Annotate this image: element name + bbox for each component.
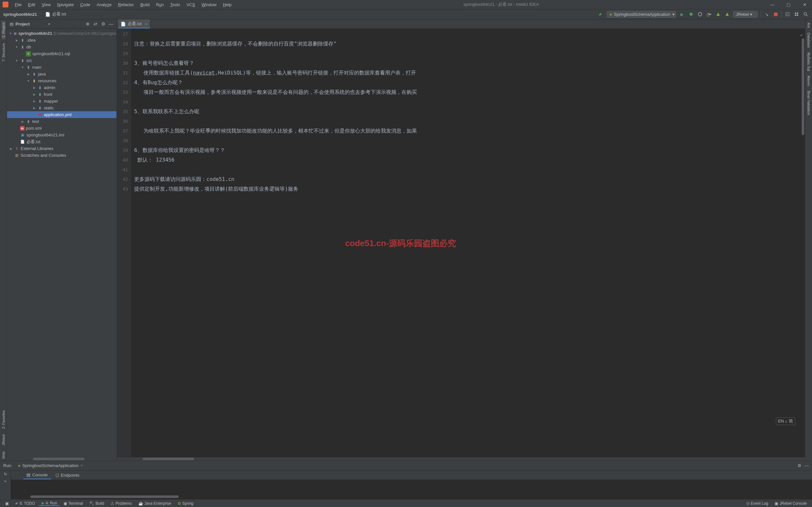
project-tree[interactable]: ▼▣ springboot64n21 D:\releaseComp\24-09\…	[7, 29, 116, 457]
window-title: springboot64n21 - 必看.txt - IntelliJ IDEA	[235, 2, 767, 7]
console-tab[interactable]: ▤ Console	[23, 471, 51, 479]
menu-help[interactable]: Help	[220, 2, 235, 7]
menu-run[interactable]: Run	[153, 2, 167, 7]
build-hammer-icon[interactable]	[597, 11, 604, 17]
debug-button[interactable]	[688, 11, 694, 17]
console-hscrollbar[interactable]	[30, 495, 179, 498]
status-problems[interactable]: ⚠Problems	[108, 501, 134, 506]
jrebel-run-icon[interactable]	[715, 11, 721, 17]
menu-edit[interactable]: Edit	[25, 2, 38, 7]
status-javaee[interactable]: ☕Java Enterprise	[136, 501, 174, 506]
stripe-project[interactable]: 1: Project	[2, 21, 5, 39]
tree-idea[interactable]: ▶▮ .idea	[7, 37, 116, 44]
vcs-update-icon[interactable]	[784, 11, 791, 17]
menu-navigate[interactable]: Navigate	[54, 2, 77, 7]
tree-test[interactable]: ▶▮ test	[7, 118, 116, 125]
editor-body[interactable]: 27 28 29 30 31 32 33 34 35 36 37 38 39 4…	[117, 29, 805, 457]
run-hide-icon[interactable]: —	[805, 463, 809, 468]
stripe-maven[interactable]: Maven	[807, 73, 811, 88]
hide-panel-icon[interactable]: —	[108, 21, 114, 27]
tree-java[interactable]: ▶▮ java	[7, 71, 116, 77]
status-event-log[interactable]: ◷Event Log	[744, 501, 771, 506]
menu-file[interactable]: File	[12, 2, 25, 7]
menu-view[interactable]: View	[38, 2, 54, 7]
stripe-structure[interactable]: 7: Structure	[2, 41, 5, 63]
tree-admin[interactable]: ▶▮ admin	[7, 84, 116, 91]
tree-db-sql[interactable]: S springboot64n21.sql	[7, 50, 116, 57]
menu-window[interactable]: Window	[198, 2, 220, 7]
tree-resources[interactable]: ▼▮ resources	[7, 77, 116, 84]
menu-analyze[interactable]: Analyze	[94, 2, 115, 7]
tree-root[interactable]: ▼▣ springboot64n21 D:\releaseComp\24-09\…	[7, 30, 116, 37]
tree-front[interactable]: ▶▮ front	[7, 91, 116, 98]
jrebel-dropdown[interactable]: JRebel ▾	[733, 11, 758, 18]
run-configuration-selector[interactable]: ● SpringbootSchemaApplication ▾	[606, 11, 676, 18]
stripe-database[interactable]: Database	[807, 31, 811, 50]
run-settings-icon[interactable]: ⚙	[798, 463, 801, 468]
menu-refactor[interactable]: Refactor	[115, 2, 137, 7]
menu-code[interactable]: Code	[77, 2, 94, 7]
input-method-indicator[interactable]: EN ⌕ 简	[776, 417, 795, 425]
tree-src[interactable]: ▼▮ src	[7, 57, 116, 64]
status-build[interactable]: 🔨Build	[87, 501, 107, 506]
menu-tools[interactable]: Tools	[167, 2, 183, 7]
stripe-ant[interactable]: Ant	[807, 21, 811, 30]
expand-all-icon[interactable]: ⇄	[93, 21, 98, 27]
editor-content[interactable]: 注意：替换之后需要重启项目，删除浏览器缓存，不会删除的自行百度"浏览器删除缓存"…	[131, 29, 805, 457]
tree-static[interactable]: ▶▮ static	[7, 105, 116, 111]
tree-application-yml[interactable]: ⬣ application.yml	[7, 111, 116, 118]
status-todo[interactable]: ✔6: TODO	[13, 501, 38, 506]
tree-scratches[interactable]: ▥ Scratches and Consoles	[7, 152, 116, 159]
stop-button[interactable]	[772, 11, 779, 17]
stripe-jrebel[interactable]: JRebel	[2, 433, 5, 447]
project-structure-icon[interactable]	[793, 11, 800, 17]
breadcrumb-file[interactable]: 必看.txt	[52, 11, 66, 17]
editor-vscrollbar[interactable]	[802, 38, 804, 135]
endpoints-tab[interactable]: ⬡ Endpoints	[52, 471, 83, 479]
tree-pom[interactable]: m pom.xml	[7, 125, 116, 131]
breadcrumb-project[interactable]: springboot64n21	[3, 12, 37, 17]
editor-tab-readme[interactable]: 📄 必看.txt ×	[118, 19, 150, 29]
status-spring[interactable]: ✿Spring	[175, 501, 196, 506]
editor-area: 📄 必看.txt × 27 28 29 30 31 32 33 34 35 36…	[117, 19, 805, 460]
tree-iml[interactable]: ▣ springboot64n21.iml	[7, 131, 116, 138]
stripe-web[interactable]: Web	[2, 450, 5, 460]
profiler-button[interactable]: ◔▾	[706, 11, 712, 17]
editor-hscrollbar[interactable]	[117, 457, 805, 460]
tree-db[interactable]: ▼▮ db	[7, 44, 116, 50]
search-everywhere-icon[interactable]	[802, 11, 809, 17]
status-terminal[interactable]: ▣Terminal	[61, 501, 85, 506]
run-button[interactable]: ▶	[679, 11, 685, 17]
tree-main[interactable]: ▼▮ main	[7, 64, 116, 71]
coverage-button[interactable]	[697, 11, 703, 17]
attach-button[interactable]: ↘	[763, 11, 770, 17]
window-minimize-button[interactable]: —	[767, 2, 777, 7]
run-more-icon[interactable]: »	[4, 479, 6, 484]
console-output[interactable]	[11, 480, 812, 499]
status-jrebel-console[interactable]: ▣JRebel Console	[772, 501, 809, 506]
jrebel-debug-icon[interactable]	[724, 11, 731, 17]
rerun-icon[interactable]: ↻	[4, 472, 7, 476]
settings-gear-icon[interactable]: ⚙	[100, 21, 106, 27]
close-tab-icon[interactable]: ×	[145, 21, 148, 26]
window-close-button[interactable]: ✕	[800, 2, 809, 7]
close-icon[interactable]: ×	[80, 463, 83, 468]
stripe-mybatis[interactable]: MyBatis Sql	[807, 50, 811, 73]
tree-mapper[interactable]: ▶▮ mapper	[7, 98, 116, 105]
run-process-tab[interactable]: ● SpringbootSchemaApplication ×	[15, 463, 85, 468]
svg-rect-4	[795, 14, 796, 16]
project-panel-title[interactable]: Project	[15, 21, 46, 26]
select-opened-file-icon[interactable]: ⊕	[85, 21, 91, 27]
project-hscrollbar[interactable]	[7, 457, 116, 460]
status-show-hide-icon[interactable]: ▣	[3, 501, 11, 506]
stripe-favorites[interactable]: 2: Favorites	[2, 408, 5, 431]
window-maximize-button[interactable]: ▢	[784, 2, 793, 7]
status-run[interactable]: ▶4: Run	[39, 501, 60, 506]
menu-build[interactable]: Build	[137, 2, 153, 7]
status-bar: ▣ ✔6: TODO ▶4: Run ▣Terminal 🔨Build ⚠Pro…	[0, 499, 812, 507]
chevron-down-icon[interactable]: ▾	[48, 21, 50, 26]
stripe-bean[interactable]: Bean Validation	[807, 89, 811, 117]
tree-external-libraries[interactable]: ▶⫴ External Libraries	[7, 145, 116, 152]
tree-readme[interactable]: 📄 必看.txt	[7, 138, 116, 145]
menu-vcs[interactable]: VCS	[183, 2, 198, 7]
